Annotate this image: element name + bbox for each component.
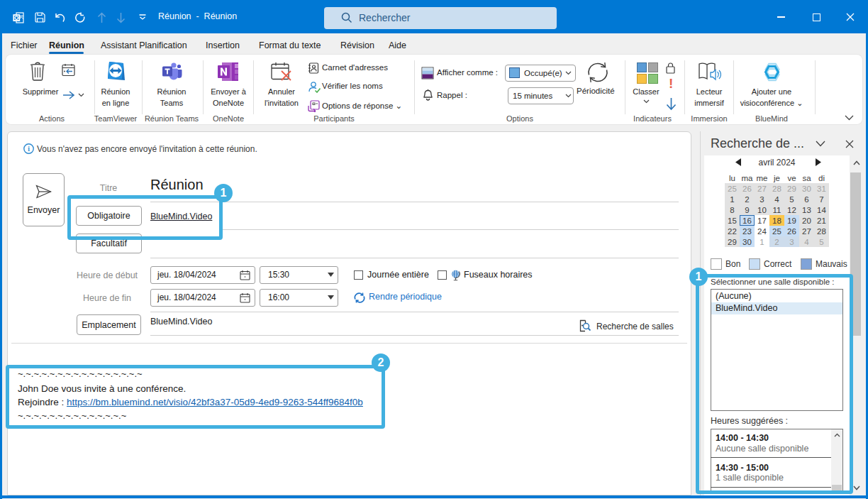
svg-text:i: i: [28, 146, 30, 153]
